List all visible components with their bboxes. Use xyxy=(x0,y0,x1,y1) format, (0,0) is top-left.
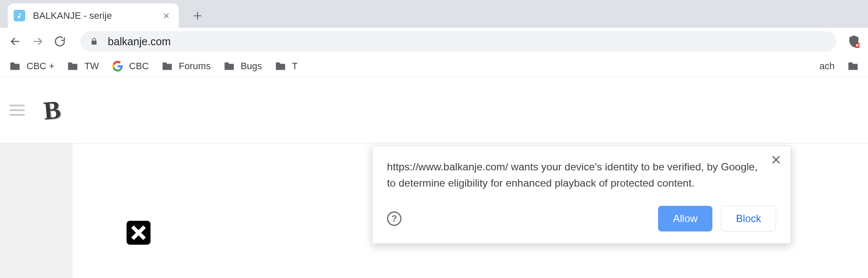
browser-tab[interactable]: BALKANJE - serije xyxy=(8,3,179,28)
bookmark-label: Forums xyxy=(179,61,211,72)
allow-button[interactable]: Allow xyxy=(658,206,712,231)
bookmark-cbc[interactable]: CBC xyxy=(112,61,149,72)
site-header: B xyxy=(0,77,868,143)
bookmark-label: Bugs xyxy=(241,61,262,72)
page-viewport: B https://www.balkanje.com/ wants your d… xyxy=(0,77,868,278)
privacy-shield-icon[interactable] xyxy=(846,33,862,50)
bookmark-label: T xyxy=(292,61,298,72)
bookmark-forums[interactable]: Forums xyxy=(162,61,211,72)
folder-icon xyxy=(275,61,286,72)
bookmark-label: CBC + xyxy=(27,61,54,72)
dialog-close-icon[interactable] xyxy=(770,154,782,166)
bookmark-truncated-3[interactable] xyxy=(847,61,859,72)
back-button[interactable] xyxy=(6,32,25,51)
bookmark-label: TW xyxy=(84,61,99,72)
site-logo[interactable]: B xyxy=(35,94,69,127)
help-icon[interactable]: ? xyxy=(387,211,402,226)
bookmark-cbc-plus[interactable]: CBC + xyxy=(9,61,54,72)
folder-icon xyxy=(162,61,173,72)
permission-dialog: https://www.balkanje.com/ wants your dev… xyxy=(372,146,791,244)
address-bar[interactable]: balkanje.com xyxy=(80,31,836,52)
toolbar: balkanje.com xyxy=(0,28,868,55)
bookmark-label: CBC xyxy=(129,61,149,72)
bookmark-truncated-1[interactable]: T xyxy=(275,61,298,72)
folder-icon xyxy=(67,61,78,72)
bookmark-truncated-2[interactable]: ach xyxy=(820,61,835,72)
bookmarks-bar: CBC + TW CBC Forums Bugs T ach xyxy=(0,55,868,77)
url-text: balkanje.com xyxy=(108,35,171,48)
folder-icon xyxy=(9,61,21,72)
music-note-icon xyxy=(14,10,25,21)
tab-title: BALKANJE - serije xyxy=(33,10,157,21)
google-icon xyxy=(112,61,123,72)
close-tab-icon[interactable] xyxy=(162,11,171,20)
block-button[interactable]: Block xyxy=(721,206,776,231)
lock-icon xyxy=(90,37,98,46)
ad-close-button[interactable] xyxy=(127,221,151,245)
bookmark-bugs[interactable]: Bugs xyxy=(224,61,262,72)
dialog-message: https://www.balkanje.com/ wants your dev… xyxy=(387,159,776,191)
folder-icon xyxy=(847,61,859,72)
new-tab-button[interactable] xyxy=(187,6,208,26)
bookmark-label: ach xyxy=(820,61,835,72)
folder-icon xyxy=(224,61,235,72)
reload-button[interactable] xyxy=(50,32,69,51)
hamburger-menu-icon[interactable] xyxy=(9,105,25,116)
forward-button[interactable] xyxy=(28,32,47,51)
tab-strip: BALKANJE - serije xyxy=(0,0,868,28)
bookmark-tw[interactable]: TW xyxy=(67,61,99,72)
